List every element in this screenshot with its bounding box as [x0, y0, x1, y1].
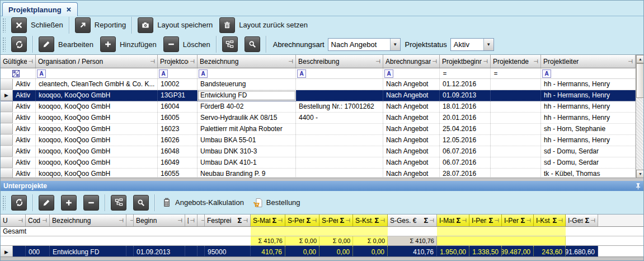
column-header-bezeichnung[interactable]: Bezeichnung⊣: [50, 215, 126, 226]
table-row[interactable]: Aktiv kooqoo, KooQoo GmbH 16005 Servo-Hy…: [1, 113, 636, 124]
column-header-s-per-1[interactable]: S-PerΣ⊣: [285, 215, 319, 226]
sigma-icon[interactable]: Σ: [237, 216, 242, 225]
bottom-scrollbar[interactable]: [1, 257, 644, 261]
filter-equals-icon[interactable]: =: [492, 70, 500, 77]
pin-icon[interactable]: ⊣: [150, 58, 155, 64]
column-header-beschreibung[interactable]: Beschreibung⊣: [296, 55, 383, 68]
pin-icon[interactable]: ⊣: [312, 217, 317, 223]
layout-zuruecksetzen-button[interactable]: Layout zurück setzen: [216, 17, 311, 33]
column-header-i-ges[interactable]: I-Ges.Σ⊣: [566, 215, 598, 226]
column-header-s-kst[interactable]: S-Kst.Σ⊣: [353, 215, 388, 226]
scroll-up-icon[interactable]: ▲: [636, 55, 644, 63]
group-row-gesamt[interactable]: Gesamt: [1, 227, 644, 236]
filter-a-icon[interactable]: A: [199, 69, 208, 78]
pin-icon[interactable]: ⊣: [558, 217, 563, 223]
toolbar-drag-handle[interactable]: [2, 18, 6, 32]
table-row[interactable]: Aktiv kooqoo, KooQoo GmbH 16026 Umbau BK…: [1, 135, 636, 146]
angebots-kalkulation-button[interactable]: Angebots-Kalkulation: [157, 198, 248, 208]
table-row[interactable]: ▶ Aktiv kooqoo, KooQoo GmbH 13GP31 Entwi…: [1, 90, 636, 101]
pin-icon[interactable]: ⊣: [18, 217, 23, 223]
sub-tree-view-button[interactable]: [107, 195, 130, 211]
projektstatus-select[interactable]: Aktiv ▼: [450, 38, 494, 51]
pin-icon[interactable]: ⊣: [130, 217, 134, 223]
pin-icon[interactable]: ⊣: [483, 58, 488, 64]
column-header-i-pers-2[interactable]: I-PersΣ⊣: [502, 215, 534, 226]
pin-icon[interactable]: ⊣: [190, 217, 195, 223]
abrechnungsart-select[interactable]: Nach Angebot ▼: [328, 38, 401, 51]
tab-projektplanung[interactable]: Projektplanung: [2, 2, 78, 16]
pin-icon[interactable]: ⊣: [345, 217, 350, 223]
table-row[interactable]: Aktiv kooqoo, KooQoo GmbH 16055 Neubau B…: [1, 169, 636, 178]
vertical-scrollbar[interactable]: ▲ ▼: [636, 55, 644, 178]
table-row[interactable]: Aktiv kooqoo, KooQoo GmbH 16049 Umbau DA…: [1, 157, 636, 169]
pin-icon[interactable]: ⊣: [590, 217, 595, 223]
pin-icon[interactable]: ⊣: [201, 217, 205, 223]
toolbar-drag-handle[interactable]: [2, 37, 6, 52]
sub-hinzufuegen-button[interactable]: [58, 195, 80, 211]
chevron-down-icon[interactable]: ▼: [483, 39, 493, 50]
loeschen-button[interactable]: Löschen: [160, 36, 214, 52]
pin-icon[interactable]: ⊣: [119, 217, 124, 223]
sigma-icon[interactable]: Σ: [272, 216, 276, 225]
pin-icon[interactable]: ⊣: [380, 217, 385, 223]
sub-bearbeiten-button[interactable]: [35, 195, 58, 211]
sigma-icon[interactable]: Σ: [552, 216, 557, 225]
column-header-projektbeginn[interactable]: Projektbeginn⊣: [440, 55, 491, 68]
filter-a-icon[interactable]: A: [297, 69, 306, 78]
pin-panel-icon[interactable]: [636, 183, 641, 190]
pin-icon[interactable]: ⊣: [177, 217, 182, 223]
pin-icon[interactable]: ⊣: [462, 217, 467, 223]
column-header-organisation[interactable]: Organisation / Person⊣: [36, 55, 158, 68]
pin-icon[interactable]: ⊣: [278, 217, 283, 223]
filter-mixed-icon[interactable]: [12, 70, 20, 77]
column-header-projektende[interactable]: Projektende⊣: [491, 55, 541, 68]
column-header-narrow[interactable]: ⊣: [126, 215, 134, 226]
reporting-button[interactable]: Reporting: [72, 17, 129, 33]
column-header-u[interactable]: U⊣: [1, 215, 26, 226]
filter-a-icon[interactable]: A: [159, 69, 168, 78]
pin-icon[interactable]: ⊣: [526, 217, 531, 223]
sigma-icon[interactable]: Σ: [424, 216, 428, 225]
pin-icon[interactable]: ⊣: [494, 217, 499, 223]
column-header-narrow[interactable]: ⊣: [198, 215, 205, 226]
filter-a-icon[interactable]: A: [37, 69, 46, 78]
pin-icon[interactable]: ⊣: [628, 58, 633, 64]
filter-a-icon[interactable]: A: [384, 69, 393, 78]
sub-search-button[interactable]: [130, 195, 152, 211]
sigma-icon[interactable]: Σ: [488, 216, 493, 225]
scrollbar-thumb[interactable]: [636, 63, 644, 98]
sigma-icon[interactable]: Σ: [456, 216, 460, 225]
column-header-projektcode[interactable]: Projektcode⊣: [158, 55, 198, 68]
bestellung-button[interactable]: Bestellung: [248, 198, 305, 208]
toolbar-drag-handle[interactable]: [2, 195, 6, 210]
scroll-down-icon[interactable]: ▼: [636, 170, 644, 178]
column-header-i-mat[interactable]: I-Mat.Σ⊣: [437, 215, 469, 226]
filter-a-icon[interactable]: A: [542, 69, 551, 78]
pin-icon[interactable]: ⊣: [533, 58, 538, 64]
pin-icon[interactable]: ⊣: [429, 217, 434, 223]
bearbeiten-button[interactable]: Bearbeiten: [35, 36, 97, 52]
column-header-bezeichnung[interactable]: Bezeichnung⊣: [198, 55, 296, 68]
sigma-icon[interactable]: Σ: [306, 216, 311, 225]
sub-refresh-button[interactable]: [8, 195, 30, 211]
column-header-s-per-2[interactable]: S-PerΣ⊣: [319, 215, 353, 226]
pin-icon[interactable]: ⊣: [190, 58, 195, 64]
tab-close-icon[interactable]: [66, 7, 72, 12]
sigma-icon[interactable]: Σ: [374, 216, 379, 225]
pin-icon[interactable]: ⊣: [42, 217, 47, 223]
column-header-festpreis[interactable]: FestpreiΣ⊣: [205, 215, 251, 226]
filter-equals-icon[interactable]: =: [441, 70, 449, 77]
pin-icon[interactable]: ⊣: [375, 58, 380, 64]
table-row[interactable]: Aktiv kooqoo, KooQoo GmbH 16048 Umbau DN…: [1, 146, 636, 157]
sigma-icon[interactable]: Σ: [520, 216, 525, 225]
layout-speichern-button[interactable]: Layout speichern: [134, 17, 216, 33]
refresh-button[interactable]: [8, 36, 30, 52]
search-button[interactable]: [241, 36, 264, 52]
table-row[interactable]: Aktiv kooqoo, KooQoo GmbH 16023 Palettie…: [1, 124, 636, 135]
sigma-icon[interactable]: Σ: [340, 216, 344, 225]
chevron-down-icon[interactable]: ▼: [390, 39, 400, 50]
column-header-s-ges[interactable]: S-Ges. €Σ⊣: [388, 215, 437, 226]
pin-icon[interactable]: ⊣: [288, 58, 293, 64]
schliessen-button[interactable]: Schließen: [8, 17, 67, 33]
sigma-icon[interactable]: Σ: [585, 216, 589, 225]
